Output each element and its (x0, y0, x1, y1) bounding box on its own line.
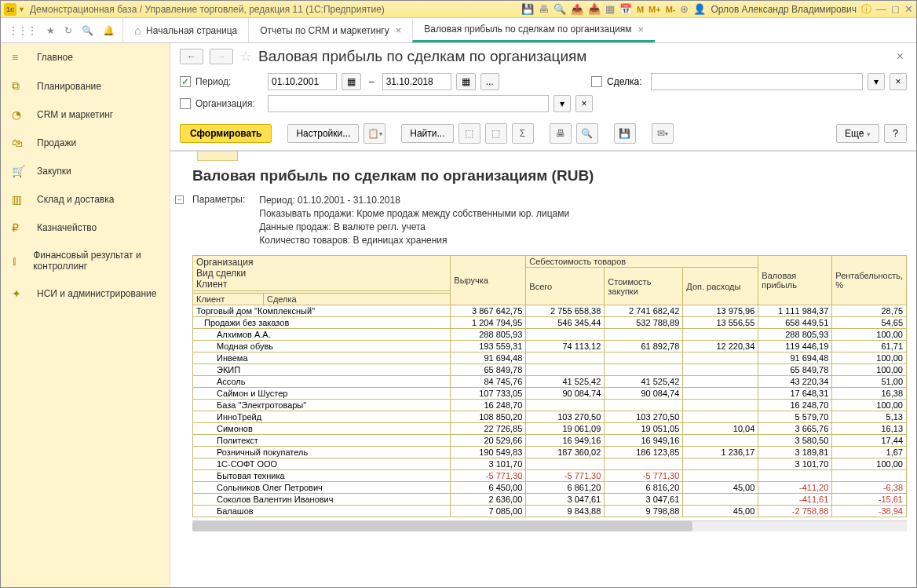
col-total[interactable]: Всего (526, 268, 605, 305)
deal-checkbox[interactable] (591, 76, 602, 87)
date-from-picker-icon[interactable]: ▦ (342, 73, 361, 90)
mminus-button[interactable]: M- (666, 5, 676, 14)
calendar-icon[interactable]: 📅 (619, 3, 632, 15)
table-row[interactable]: Инвема91 694,4891 694,48100,00 (193, 352, 907, 364)
tab-home[interactable]: Начальная страница (122, 18, 248, 42)
org-dropdown-icon[interactable]: ▾ (553, 95, 571, 112)
sidebar-item-5[interactable]: ▥Склад и доставка (1, 185, 170, 214)
grid-icon[interactable]: ▦ (605, 3, 615, 15)
sidebar-item-3[interactable]: 🛍Продажи (1, 129, 170, 157)
table-row[interactable]: Соколов Валентин Иванович2 636,003 047,6… (193, 494, 907, 506)
sidebar-item-6[interactable]: ₽Казначейство (1, 214, 170, 242)
col-client[interactable]: Клиент (193, 294, 264, 305)
table-row[interactable]: Алхимов А.А.288 805,93288 805,93100,00 (193, 329, 907, 341)
period-ellipsis-button[interactable]: ... (480, 73, 499, 90)
m-button[interactable]: M (637, 5, 644, 14)
sidebar-item-7[interactable]: ⫿Финансовый результат и контроллинг (1, 242, 170, 279)
search-icon[interactable]: 🔍 (82, 25, 93, 36)
table-row[interactable]: Ассоль84 745,7641 525,4241 525,4243 220,… (193, 376, 907, 388)
star-icon[interactable]: ☆ (239, 48, 252, 65)
minimize-icon[interactable]: — (876, 3, 886, 15)
tab-crm-reports[interactable]: Отчеты по CRM и маркетингу× (248, 18, 412, 42)
close-icon[interactable]: × (396, 24, 402, 36)
date-from-input[interactable] (268, 73, 337, 90)
period-checkbox[interactable]: ✓ (180, 76, 191, 87)
mplus-button[interactable]: M+ (648, 5, 661, 14)
table-row[interactable]: Сольников Олег Петрович6 450,006 861,206… (193, 482, 907, 494)
table-row[interactable]: Политекст20 529,6616 949,1616 949,163 58… (193, 435, 907, 447)
dropdown-icon[interactable]: ▼ (18, 5, 25, 13)
preview-icon[interactable]: 🔍 (553, 3, 566, 15)
save-disk-button[interactable]: 💾 (614, 123, 636, 144)
org-checkbox[interactable] (180, 98, 191, 109)
date-to-input[interactable] (382, 73, 451, 90)
date-to-picker-icon[interactable]: ▦ (456, 73, 476, 90)
table-row[interactable]: База "Электротовары"16 248,7016 248,7010… (193, 400, 907, 411)
close-icon[interactable]: × (638, 24, 644, 35)
nav-forward-button[interactable]: → (210, 49, 233, 64)
deal-input[interactable] (651, 73, 863, 90)
close-page-icon[interactable]: × (897, 49, 907, 64)
help-button[interactable]: ? (884, 124, 907, 143)
horizontal-scrollbar[interactable] (192, 520, 907, 531)
zoom-icon[interactable]: ⊕ (680, 3, 689, 15)
table-row[interactable]: ИнноТрейд108 850,20103 270,50103 270,505… (193, 411, 907, 423)
report-area[interactable]: – Валовая прибыль по сделкам по организа… (170, 151, 916, 587)
collapse-button[interactable]: ⬚ (485, 123, 507, 144)
deal-clear-icon[interactable]: × (890, 73, 907, 90)
print-button[interactable]: 🖶 (550, 123, 572, 144)
org-input[interactable] (268, 95, 549, 112)
col-gross[interactable]: Валовая прибыль (758, 256, 832, 305)
col-deal[interactable]: Сделка (264, 294, 451, 305)
sidebar-item-1[interactable]: ⧉Планирование (1, 71, 170, 100)
email-button[interactable]: ✉▾ (652, 123, 674, 144)
tab-gross-profit[interactable]: Валовая прибыль по сделкам по организаци… (412, 18, 655, 42)
close-window-icon[interactable]: ✕ (904, 3, 913, 15)
more-button[interactable]: Еще▾ (836, 124, 879, 143)
sidebar-item-8[interactable]: ✦НСИ и администрирование (1, 279, 170, 308)
table-row[interactable]: Продажи без заказов1 204 794,95546 345,4… (193, 317, 907, 329)
send-icon[interactable]: 📤 (571, 3, 583, 15)
copy-button[interactable]: 📋▾ (364, 123, 385, 144)
apps-icon[interactable]: ⋮⋮⋮ (9, 25, 37, 36)
table-row[interactable]: Симонов22 726,8519 061,0919 051,0510,043… (193, 423, 907, 435)
sidebar-item-2[interactable]: ◔CRM и маркетинг (1, 100, 170, 129)
table-row[interactable]: Розничный покупатель190 549,83187 360,02… (193, 447, 907, 458)
col-extra[interactable]: Доп. расходы (683, 268, 758, 305)
nav-back-button[interactable]: ← (180, 49, 203, 64)
user-name[interactable]: Орлов Александр Владимирович (711, 4, 857, 15)
sidebar-item-4[interactable]: 🛒Закупки (1, 157, 170, 185)
table-row[interactable]: Модная обувь193 559,3174 113,1261 892,78… (193, 341, 907, 352)
favorite-icon[interactable]: ★ (46, 25, 55, 36)
table-row[interactable]: Балашов7 085,009 843,889 798,8845,00-2 7… (193, 506, 907, 517)
sheet-tab[interactable] (197, 152, 238, 161)
org-clear-icon[interactable]: × (575, 95, 593, 112)
table-row[interactable]: 1С-СОФТ ООО3 101,703 101,70100,00 (193, 458, 907, 470)
generate-button[interactable]: Сформировать (180, 124, 272, 143)
print-icon[interactable]: 🖶 (539, 3, 549, 15)
collapse-node-icon[interactable]: – (175, 195, 184, 204)
sidebar-item-0[interactable]: ≡Главное (1, 43, 170, 71)
bell-icon[interactable]: 🔔 (103, 25, 115, 36)
maximize-icon[interactable]: ◻ (891, 3, 900, 15)
col-rent[interactable]: Рентабельность, % (832, 256, 907, 305)
sum-button[interactable]: Σ (512, 123, 534, 144)
info-icon[interactable]: ⓘ (861, 2, 871, 16)
history-icon[interactable]: ↻ (64, 25, 72, 36)
receive-icon[interactable]: 📥 (588, 3, 601, 15)
col-purchase[interactable]: Стоимость закупки (605, 268, 683, 305)
table-row[interactable]: ЭКИП65 849,7865 849,78100,00 (193, 364, 907, 376)
table-row[interactable]: Бытовая техника-5 771,30-5 771,30-5 771,… (193, 470, 907, 482)
settings-button[interactable]: Настройки... (287, 124, 359, 143)
save-icon[interactable]: 💾 (521, 3, 534, 15)
preview-button[interactable]: 🔍 (576, 123, 598, 144)
col-org[interactable]: ОрганизацияВид сделкиКлиент (193, 256, 451, 291)
profile-icon[interactable]: 👤 (693, 3, 706, 15)
table-row[interactable]: Торговый дом "Комплексный"3 867 642,752 … (193, 305, 907, 317)
deal-dropdown-icon[interactable]: ▾ (868, 73, 885, 90)
col-revenue[interactable]: Выручка (451, 256, 526, 305)
find-button[interactable]: Найти... (401, 124, 453, 143)
expand-button[interactable]: ⬚ (458, 123, 480, 144)
col-cost-group[interactable]: Себестоимость товаров (526, 256, 758, 268)
table-row[interactable]: Саймон и Шустер107 733,0590 084,7490 084… (193, 388, 907, 400)
